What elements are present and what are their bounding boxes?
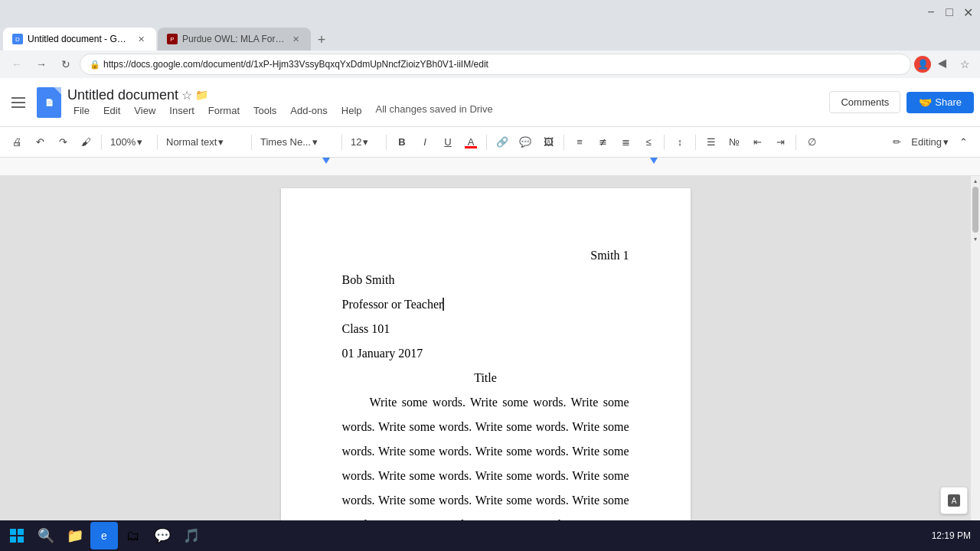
tab-docs-title: Untitled document - Goo... bbox=[28, 34, 130, 44]
forward-button[interactable]: → bbox=[31, 54, 52, 75]
address-bar: ← → ↻ 🔒 https://docs.google.com/document… bbox=[0, 51, 980, 78]
floating-accessibility-button[interactable]: A bbox=[940, 487, 968, 514]
title-bar-controls: − □ ✕ bbox=[925, 6, 974, 18]
share-button[interactable]: 🤝 Share bbox=[906, 92, 974, 113]
doc-class: Class 101 bbox=[342, 322, 390, 335]
menu-format[interactable]: Format bbox=[202, 103, 246, 118]
scrollbar-right[interactable]: ▴ ▾ bbox=[971, 176, 980, 551]
italic-button[interactable]: I bbox=[414, 132, 436, 153]
taskbar-browser-icon[interactable]: e bbox=[90, 522, 118, 549]
doc-title-area: Untitled document ☆ 📁 File Edit View Ins… bbox=[67, 87, 493, 118]
reload-button[interactable]: ↻ bbox=[55, 54, 77, 75]
doc-title-line[interactable]: Title bbox=[342, 366, 629, 390]
scroll-thumb[interactable] bbox=[972, 187, 978, 233]
back-button[interactable]: ← bbox=[6, 54, 28, 75]
scroll-up-button[interactable]: ▴ bbox=[971, 176, 980, 185]
minimize-button[interactable]: − bbox=[925, 6, 937, 18]
underline-button[interactable]: U bbox=[437, 132, 459, 153]
editing-mode-select[interactable]: Editing ▾ bbox=[907, 132, 952, 152]
bullet-list-button[interactable]: ☰ bbox=[701, 132, 722, 153]
taskbar-files-icon[interactable]: 📁 bbox=[61, 522, 89, 549]
text-color-bar bbox=[465, 146, 477, 148]
doc-professor-line[interactable]: Professor or Teacher bbox=[342, 292, 629, 317]
main-area: Smith 1 Bob Smith Professor or Teacher C… bbox=[0, 176, 980, 551]
link-button[interactable]: 🔗 bbox=[492, 132, 513, 153]
bookmark-icon[interactable]: ☆ bbox=[956, 55, 974, 73]
align-right-button[interactable]: ≣ bbox=[615, 132, 636, 153]
toolbar-divider-6 bbox=[486, 135, 487, 150]
doc-author-line[interactable]: Bob Smith bbox=[342, 268, 629, 292]
zoom-select[interactable]: 100% ▾ bbox=[106, 132, 152, 152]
image-button[interactable]: 🖼 bbox=[537, 132, 559, 153]
title-bar: − □ ✕ bbox=[0, 0, 980, 24]
title-row: Untitled document ☆ 📁 bbox=[67, 87, 493, 103]
user-profile-icon[interactable]: 👤 bbox=[914, 56, 931, 73]
address-text: https://docs.google.com/document/d/1xP-H… bbox=[103, 59, 488, 70]
start-button[interactable] bbox=[3, 522, 31, 549]
taskbar-explorer-icon[interactable]: 🗂 bbox=[119, 522, 147, 549]
doc-class-line[interactable]: Class 101 bbox=[342, 317, 629, 341]
tab-docs-close[interactable]: ✕ bbox=[135, 33, 147, 45]
numbered-list-button[interactable]: № bbox=[724, 132, 745, 153]
address-input[interactable]: 🔒 https://docs.google.com/document/d/1xP… bbox=[80, 54, 911, 75]
line-spacing-button[interactable]: ↕ bbox=[669, 132, 691, 153]
editing-pencil-icon[interactable]: ✏ bbox=[886, 132, 907, 153]
doc-page[interactable]: Smith 1 Bob Smith Professor or Teacher C… bbox=[281, 188, 691, 551]
toolbar-divider-7 bbox=[564, 135, 564, 150]
menu-help[interactable]: Help bbox=[335, 103, 368, 118]
comment-inline-button[interactable]: 💬 bbox=[514, 132, 536, 153]
taskbar-search-icon[interactable]: 🔍 bbox=[32, 522, 60, 549]
increase-indent-button[interactable]: ⇥ bbox=[769, 132, 791, 153]
maximize-button[interactable]: □ bbox=[943, 6, 956, 18]
tab-purdue-close[interactable]: ✕ bbox=[289, 33, 302, 45]
ruler-area bbox=[273, 158, 707, 175]
align-center-button[interactable]: ≢ bbox=[592, 132, 613, 153]
menu-view[interactable]: View bbox=[128, 103, 162, 118]
text-color-button[interactable]: A bbox=[460, 132, 482, 153]
justify-button[interactable]: ≤ bbox=[638, 132, 659, 153]
hamburger-menu[interactable] bbox=[6, 90, 31, 115]
toolbar-divider-1 bbox=[101, 135, 102, 150]
tab-docs[interactable]: D Untitled document - Goo... ✕ bbox=[3, 28, 156, 51]
doc-title[interactable]: Untitled document bbox=[67, 87, 178, 103]
font-select[interactable]: Times Ne... ▾ bbox=[256, 132, 337, 152]
menu-tools[interactable]: Tools bbox=[247, 103, 283, 118]
menu-insert[interactable]: Insert bbox=[163, 103, 201, 118]
doc-date-line[interactable]: 01 January 2017 bbox=[342, 341, 629, 366]
paint-format-button[interactable]: 🖌 bbox=[75, 132, 96, 153]
scroll-down-button[interactable]: ▾ bbox=[971, 234, 980, 243]
left-margin-indicator[interactable] bbox=[322, 158, 330, 164]
tab-purdue[interactable]: P Purdue OWL: MLA Formatting... ✕ bbox=[158, 28, 311, 51]
new-tab-button[interactable]: + bbox=[311, 29, 332, 51]
doc-scroll-area[interactable]: Smith 1 Bob Smith Professor or Teacher C… bbox=[0, 176, 971, 551]
header-right: Comments 🤝 Share bbox=[829, 91, 974, 113]
font-size-chevron: ▾ bbox=[363, 136, 368, 148]
taskbar-music-icon[interactable]: 🎵 bbox=[178, 522, 205, 549]
font-size-select[interactable]: 12 ▾ bbox=[347, 132, 381, 152]
redo-button[interactable]: ↷ bbox=[52, 132, 74, 153]
extensions-icon[interactable]: ⯇ bbox=[934, 55, 952, 73]
close-button[interactable]: ✕ bbox=[962, 6, 974, 18]
star-icon[interactable]: ☆ bbox=[181, 88, 192, 103]
style-value: Normal text bbox=[166, 136, 217, 148]
toolbar-divider-5 bbox=[386, 135, 387, 150]
taskbar-chat-icon[interactable]: 💬 bbox=[149, 522, 176, 549]
undo-button[interactable]: ↶ bbox=[29, 132, 51, 153]
expand-toolbar-button[interactable]: ⌃ bbox=[952, 132, 974, 153]
font-chevron: ▾ bbox=[312, 136, 318, 148]
print-button[interactable]: 🖨 bbox=[6, 132, 28, 153]
toolbar-divider-4 bbox=[341, 135, 342, 150]
style-select[interactable]: Normal text ▾ bbox=[162, 132, 247, 152]
font-size-value: 12 bbox=[351, 136, 361, 148]
menu-edit[interactable]: Edit bbox=[97, 103, 126, 118]
right-margin-indicator[interactable] bbox=[650, 158, 658, 164]
clear-formatting-button[interactable]: ∅ bbox=[801, 132, 822, 153]
menu-file[interactable]: File bbox=[67, 103, 96, 118]
folder-icon[interactable]: 📁 bbox=[195, 89, 208, 101]
cursor bbox=[443, 298, 444, 311]
decrease-indent-button[interactable]: ⇤ bbox=[746, 132, 768, 153]
comments-button[interactable]: Comments bbox=[829, 91, 900, 113]
bold-button[interactable]: B bbox=[391, 132, 413, 153]
align-left-button[interactable]: ≡ bbox=[569, 132, 590, 153]
menu-addons[interactable]: Add-ons bbox=[284, 103, 333, 118]
